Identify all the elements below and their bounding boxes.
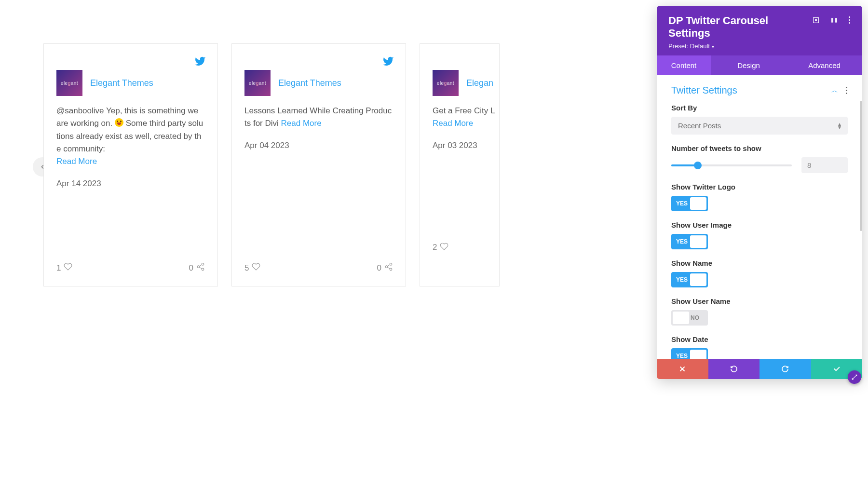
chevron-up-icon[interactable]: ︿ <box>831 86 838 95</box>
card-footer: 2 <box>433 242 500 253</box>
avatar: elegant <box>244 70 271 96</box>
cancel-button[interactable] <box>657 359 708 379</box>
read-more-link[interactable]: Read More <box>56 157 97 166</box>
author-row: elegant Elegant Themes <box>244 70 393 96</box>
sort-by-label: Sort By <box>671 104 848 112</box>
card-footer: 5 0 <box>244 262 393 273</box>
heart-icon <box>440 242 448 253</box>
shares-count: 0 <box>189 263 193 273</box>
read-more-link[interactable]: Read More <box>433 119 473 128</box>
panel-title: DP Twitter Carousel Settings <box>668 14 812 40</box>
carousel-cards: elegant Elegant Themes @sanboolive Yep, … <box>43 43 574 286</box>
svg-line-4 <box>199 265 202 266</box>
likes-count: 5 <box>244 263 249 273</box>
shares-count: 0 <box>377 263 381 273</box>
share-icon <box>384 262 393 273</box>
settings-panel: DP Twitter Carousel Settings Preset: Def… <box>657 6 862 379</box>
toggle-yes-label: YES <box>676 238 688 245</box>
num-tweets-input[interactable] <box>801 157 848 173</box>
svg-point-6 <box>385 266 388 268</box>
header-icons <box>812 16 851 24</box>
tweet-body: Get a Free City L <box>433 106 495 115</box>
svg-point-5 <box>390 263 392 266</box>
heart-icon <box>252 262 260 273</box>
more-options-icon[interactable] <box>849 16 851 24</box>
heart-icon <box>64 262 72 273</box>
section-header: Twitter Settings ︿ <box>657 75 862 101</box>
shares-metric[interactable]: 0 <box>189 262 205 273</box>
author-link[interactable]: Elegant Themes <box>90 78 153 88</box>
undo-button[interactable] <box>708 359 760 379</box>
toggle-yes-label: YES <box>676 353 688 359</box>
card-footer: 1 0 <box>56 262 205 273</box>
likes-count: 2 <box>433 243 437 252</box>
svg-line-14 <box>852 375 856 379</box>
corner-resize-button[interactable] <box>848 370 861 384</box>
svg-point-0 <box>202 263 204 266</box>
slider-thumb[interactable] <box>694 162 702 169</box>
panel-footer <box>657 359 862 379</box>
likes-metric[interactable]: 2 <box>433 242 448 253</box>
author-link[interactable]: Elegant Themes <box>278 78 341 88</box>
tab-advanced[interactable]: Advanced <box>787 55 862 75</box>
svg-rect-13 <box>835 18 837 22</box>
show-user-name-toggle[interactable]: NO <box>671 310 708 326</box>
tweet-card: elegant Elegan Get a Free City L Read Mo… <box>420 43 500 286</box>
columns-icon[interactable] <box>830 16 838 24</box>
svg-line-8 <box>387 267 390 269</box>
show-name-label: Show Name <box>671 259 848 267</box>
svg-point-2 <box>202 268 204 271</box>
svg-line-3 <box>199 267 202 269</box>
emoji-icon <box>115 118 123 127</box>
sort-caret-icon <box>838 122 841 129</box>
preset-selector[interactable]: Preset: Default ▾ <box>668 42 812 50</box>
likes-metric[interactable]: 5 <box>244 262 260 273</box>
twitter-carousel: elegant Elegant Themes @sanboolive Yep, … <box>0 0 617 490</box>
section-title[interactable]: Twitter Settings <box>671 85 737 96</box>
section-options-icon[interactable] <box>846 87 848 95</box>
tweet-card: elegant Elegant Themes Lessons Learned W… <box>231 43 406 286</box>
panel-header: DP Twitter Carousel Settings Preset: Def… <box>657 6 862 55</box>
tweet-text: Lessons Learned While Creating Products … <box>244 105 393 130</box>
toggle-yes-label: YES <box>676 200 688 207</box>
svg-point-7 <box>390 268 392 271</box>
redo-button[interactable] <box>760 359 811 379</box>
show-twitter-logo-label: Show Twitter Logo <box>671 183 848 191</box>
tab-content[interactable]: Content <box>657 55 711 75</box>
tweet-date: Apr 03 2023 <box>433 141 500 150</box>
sort-by-select[interactable]: Recent Posts <box>671 117 848 135</box>
num-tweets-slider[interactable] <box>671 164 792 166</box>
shares-metric[interactable]: 0 <box>377 262 393 273</box>
show-date-toggle[interactable]: YES <box>671 348 708 359</box>
sort-by-value: Recent Posts <box>678 122 721 130</box>
read-more-link[interactable]: Read More <box>281 119 322 128</box>
share-icon <box>196 262 205 273</box>
svg-rect-11 <box>815 19 817 21</box>
svg-line-9 <box>387 265 390 266</box>
panel-tabs: Content Design Advanced <box>657 55 862 75</box>
author-row: elegant Elegan <box>433 70 500 96</box>
twitter-icon <box>194 55 206 69</box>
likes-metric[interactable]: 1 <box>56 262 72 273</box>
chevron-down-icon: ▾ <box>712 44 714 49</box>
author-link[interactable]: Elegan <box>466 78 493 88</box>
tweet-date: Apr 14 2023 <box>56 179 205 189</box>
toggle-no-label: NO <box>691 314 699 321</box>
avatar: elegant <box>433 70 459 96</box>
tweet-text: @sanboolive Yep, this is something we ar… <box>56 105 205 168</box>
preset-label: Preset: Default <box>668 42 710 50</box>
show-date-label: Show Date <box>671 335 848 343</box>
tab-design[interactable]: Design <box>711 55 787 75</box>
show-user-image-toggle[interactable]: YES <box>671 234 708 249</box>
show-name-toggle[interactable]: YES <box>671 272 708 287</box>
expand-icon[interactable] <box>812 16 820 24</box>
twitter-icon <box>382 55 394 69</box>
show-user-name-label: Show User Name <box>671 297 848 305</box>
tweet-date: Apr 04 2023 <box>244 141 393 150</box>
show-twitter-logo-toggle[interactable]: YES <box>671 196 708 211</box>
tweet-text: Get a Free City L Read More <box>433 105 500 130</box>
svg-rect-12 <box>831 18 833 22</box>
show-user-image-label: Show User Image <box>671 221 848 229</box>
author-row: elegant Elegant Themes <box>56 70 205 96</box>
num-tweets-label: Number of tweets to show <box>671 144 848 152</box>
